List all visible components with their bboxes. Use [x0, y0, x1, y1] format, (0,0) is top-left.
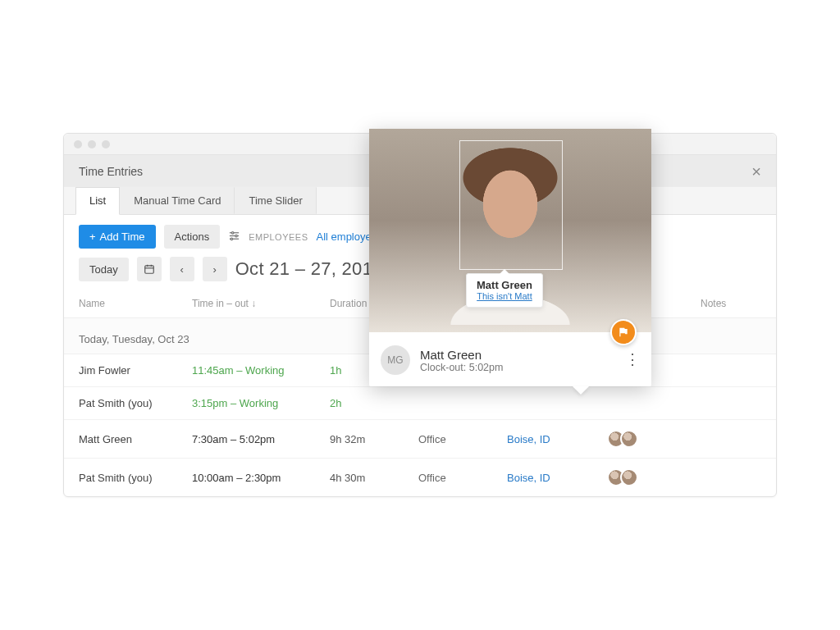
photo-thumb-icon[interactable] [620, 430, 638, 448]
cell-duration: 9h 32m [330, 433, 412, 445]
popover-clock-info: Clock-out: 5:02pm [420, 362, 503, 373]
tab-manual-time-card[interactable]: Manual Time Card [120, 187, 235, 214]
cell-time: 7:30am – 5:02pm [192, 433, 323, 445]
plus-icon: + [89, 231, 96, 243]
flag-icon[interactable] [610, 319, 637, 345]
app-window: Time Entries × List Manual Time Card Tim… [63, 133, 777, 497]
today-button[interactable]: Today [79, 258, 129, 281]
cell-location: Office [418, 472, 500, 484]
tab-time-slider[interactable]: Time Slider [235, 187, 316, 214]
cell-name: Pat Smith (you) [79, 472, 185, 484]
avatar: MG [381, 345, 410, 375]
more-menu-icon[interactable]: ⋮ [625, 357, 640, 363]
page-title: Time Entries [79, 165, 143, 178]
cell-city-link[interactable]: Boise, ID [507, 472, 605, 484]
calendar-icon[interactable] [137, 257, 162, 281]
col-time[interactable]: Time in – out ↓ [192, 298, 323, 309]
add-time-label: Add Time [100, 231, 145, 243]
cell-time: 3:15pm – Working [192, 397, 323, 409]
col-notes[interactable]: Notes [701, 298, 761, 309]
date-range: Oct 21 – 27, 2019 [235, 258, 383, 280]
cell-location: Office [418, 433, 500, 445]
cell-time: 10:00am – 2:30pm [192, 472, 323, 484]
svg-point-3 [235, 235, 238, 237]
cell-city-link[interactable]: Boise, ID [507, 433, 605, 445]
add-time-button[interactable]: + Add Time [79, 225, 156, 249]
photo-thumbnails[interactable] [612, 468, 694, 486]
traffic-light-minimize[interactable] [88, 140, 96, 148]
actions-button[interactable]: Actions [164, 225, 221, 249]
photo-thumbnails[interactable] [612, 430, 694, 448]
cell-duration: 2h [330, 397, 412, 409]
next-week-button[interactable]: › [203, 257, 227, 281]
face-tooltip: Matt Green This isn't Matt [466, 273, 543, 308]
prev-week-button[interactable]: ‹ [170, 257, 194, 281]
photo-verification-popover: Matt Green This isn't Matt MG Matt Green… [369, 129, 651, 386]
svg-point-1 [232, 231, 235, 234]
cell-duration: 4h 30m [330, 472, 412, 484]
svg-point-5 [231, 238, 233, 240]
cell-name: Matt Green [79, 433, 185, 445]
table-row[interactable]: Matt Green 7:30am – 5:02pm 9h 32m Office… [64, 420, 776, 459]
svg-rect-6 [144, 266, 153, 273]
col-name[interactable]: Name [79, 298, 185, 309]
cell-name: Pat Smith (you) [79, 397, 185, 409]
popover-name: Matt Green [420, 348, 503, 362]
cell-name: Jim Fowler [79, 364, 185, 377]
table-row[interactable]: Pat Smith (you) 3:15pm – Working 2h [64, 387, 776, 420]
traffic-light-close[interactable] [74, 140, 82, 148]
traffic-light-zoom[interactable] [102, 140, 110, 148]
tab-list[interactable]: List [75, 187, 120, 215]
cell-time: 11:45am – Working [192, 364, 323, 377]
employees-label: EMPLOYEES [249, 232, 308, 242]
clock-photo: Matt Green This isn't Matt [369, 129, 651, 332]
photo-thumb-icon[interactable] [620, 468, 638, 486]
sliders-icon[interactable] [228, 230, 240, 244]
tooltip-name: Matt Green [477, 279, 532, 291]
close-icon[interactable]: × [751, 163, 761, 180]
popover-footer: MG Matt Green Clock-out: 5:02pm ⋮ [369, 332, 651, 386]
not-this-person-link[interactable]: This isn't Matt [477, 291, 532, 301]
face-detection-box [459, 140, 563, 270]
table-row[interactable]: Pat Smith (you) 10:00am – 2:30pm 4h 30m … [64, 459, 776, 496]
